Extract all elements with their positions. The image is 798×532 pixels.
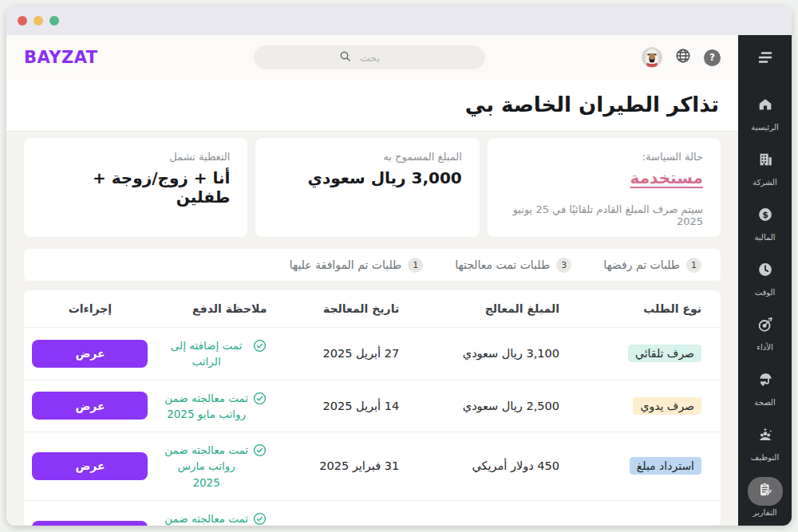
payment-note-cell: تمت معالجته ضمن رواتب مارس 2025 <box>164 442 267 491</box>
processed-amount-cell: 2,500 ريال سعودي <box>407 380 567 432</box>
payment-note-text: تمت إضافته إلى الراتب <box>164 337 248 370</box>
coverage-label: التغطية تشمل <box>41 151 230 163</box>
view-button[interactable]: عرض <box>32 521 148 526</box>
page-content: حالة السياسة: مستخدمة سيتم صرف المبلغ ال… <box>6 132 738 526</box>
header-request-type: نوع الطلب <box>567 290 721 328</box>
minimize-window-button[interactable] <box>34 16 43 26</box>
processed-amount-cell: 250 ريال سعودي <box>407 500 567 526</box>
top-header: ? <box>6 35 738 80</box>
sidebar-item[interactable]: $ المالية <box>738 202 792 242</box>
performance-icon <box>757 316 774 337</box>
sidebar-item-label: الصحة <box>754 398 775 407</box>
header-actions: إجراءات <box>24 290 156 328</box>
allowed-amount-label: المبلغ المسموح به <box>273 151 461 163</box>
sidebar-item-label: المالية <box>754 233 775 242</box>
table-header-row: نوع الطلب المبلغ المعالج تاريخ المعالجة … <box>24 290 721 328</box>
check-circle-icon <box>253 390 267 408</box>
request-type-badge: صرف تلقائي <box>628 345 701 362</box>
sidebar-item[interactable]: ♥ الصحة <box>738 367 792 407</box>
home-icon <box>757 96 774 116</box>
requests-tabs: 1 طلبات تم رفضها 3 طلبات تمت معالجتها 1 … <box>24 249 721 281</box>
time-icon <box>757 261 774 282</box>
header-payment-note: ملاحظة الدفع <box>156 290 275 328</box>
bayzat-logo[interactable]: BAYZAT <box>24 48 98 67</box>
header-processed-amount: المبلغ المعالج <box>407 290 567 328</box>
processed-amount-cell: 3,100 ريال سعودي <box>407 328 567 380</box>
summary-cards: حالة السياسة: مستخدمة سيتم صرف المبلغ ال… <box>24 138 721 237</box>
coverage-value: أنا + زوج/زوجة + طفلين <box>41 168 230 207</box>
sidebar-item[interactable]: التوظيف <box>738 422 792 462</box>
request-type-badge: استرداد مبلغ <box>630 457 701 475</box>
processed-date-cell: 31 فبراير 2025 <box>275 432 407 501</box>
policy-status-label: حالة السياسة: <box>505 151 703 163</box>
tab-label: طلبات تم رفضها <box>603 258 680 271</box>
policy-status-value[interactable]: مستخدمة <box>505 168 703 187</box>
sidebar-item[interactable]: الرئيسية <box>738 92 792 132</box>
payment-note-text: تمت معالجته ضمن رواتب مايو 2025 <box>164 390 248 423</box>
table-row: صرف تلقائي 3,100 ريال سعودي 27 أبريل 202… <box>24 328 721 380</box>
page-title: تذاكر الطيران الخاصة بي <box>26 93 719 116</box>
main-sidebar: الرئيسية الشركة $ المالية الوقت <box>738 35 792 526</box>
processed-amount-cell: 450 دولار أمريكي <box>407 432 567 501</box>
policy-status-note: سيتم صرف المبلغ القادم تلقائيًا في 25 يو… <box>505 203 703 227</box>
payment-note-text: تمت معالجته ضمن رواتب مارس 2025 <box>164 442 248 491</box>
company-icon <box>757 151 774 171</box>
sidebar-item[interactable]: الأداء <box>738 312 792 352</box>
header-processed-date: تاريخ المعالجة <box>275 290 407 328</box>
tab-label: طلبات تمت معالجتها <box>455 258 550 271</box>
processed-date-cell: 14 أبريل 2025 <box>275 380 407 432</box>
policy-status-card: حالة السياسة: مستخدمة سيتم صرف المبلغ ال… <box>488 138 721 237</box>
help-icon[interactable]: ? <box>704 49 721 66</box>
user-avatar[interactable] <box>642 47 662 68</box>
sidebar-item-label: الأداء <box>757 343 772 352</box>
tab-count-badge: 1 <box>686 258 701 273</box>
sidebar-item[interactable]: الوقت <box>738 257 792 297</box>
view-button[interactable]: عرض <box>32 392 148 420</box>
tab-label: طلبات تم الموافقة عليها <box>290 258 402 271</box>
window-titlebar <box>6 6 792 35</box>
sidebar-item-label: الشركة <box>753 178 776 187</box>
search-input[interactable] <box>358 51 400 65</box>
payment-note-cell: تمت إضافته إلى الراتب <box>164 337 267 370</box>
requests-table: نوع الطلب المبلغ المعالج تاريخ المعالجة … <box>24 290 721 526</box>
search-icon <box>339 50 351 65</box>
payment-note-cell: تمت معالجته ضمن رواتب مايو 2025 <box>164 390 267 423</box>
tab-item[interactable]: 3 طلبات تمت معالجتها <box>455 258 571 273</box>
main-area: ? <box>6 35 738 526</box>
title-section: تذاكر الطيران الخاصة بي <box>6 80 738 132</box>
language-globe-icon[interactable] <box>674 47 692 68</box>
check-circle-icon <box>253 442 267 459</box>
payment-note-cell: تمت معالجته ضمن رواتب مارس 2025 <box>164 510 267 526</box>
health-icon: ♥ <box>757 371 774 392</box>
app-window: الرئيسية الشركة $ المالية الوقت <box>6 6 792 526</box>
allowed-amount-card: المبلغ المسموح به 3,000 ريال سعودي <box>255 138 479 237</box>
processed-date-cell: 14 فبراير 2025 <box>275 500 407 526</box>
check-circle-icon <box>253 337 267 355</box>
sidebar-item-label: الوقت <box>755 288 776 297</box>
requests-table-card: نوع الطلب المبلغ المعالج تاريخ المعالجة … <box>24 290 721 526</box>
view-button[interactable]: عرض <box>32 340 148 368</box>
table-row: صرف يدوي 2,500 ريال سعودي 14 أبريل 2025 … <box>24 380 721 432</box>
sidebar-item-label: الرئيسية <box>751 123 778 132</box>
sidebar-item[interactable]: التقارير <box>738 477 792 517</box>
table-row: استرداد مبلغ 450 دولار أمريكي 31 فبراير … <box>24 432 721 501</box>
finance-icon: $ <box>757 206 774 227</box>
close-window-button[interactable] <box>18 16 27 26</box>
menu-icon[interactable] <box>756 48 775 70</box>
tab-item[interactable]: 1 طلبات تم الموافقة عليها <box>290 258 424 273</box>
recruitment-icon <box>757 426 774 447</box>
tab-item[interactable]: 1 طلبات تم رفضها <box>603 258 701 273</box>
sidebar-item-label: التوظيف <box>751 453 779 462</box>
payment-note-text: تمت معالجته ضمن رواتب مارس 2025 <box>164 510 248 526</box>
check-circle-icon <box>253 510 267 526</box>
sidebar-item[interactable]: الشركة <box>738 147 792 187</box>
allowed-amount-value: 3,000 ريال سعودي <box>273 168 461 187</box>
zoom-window-button[interactable] <box>49 16 59 26</box>
table-row: دفعة إضافية 250 ريال سعودي 14 فبراير 202… <box>24 500 721 526</box>
view-button[interactable]: عرض <box>32 452 148 480</box>
tab-count-badge: 1 <box>408 258 423 273</box>
svg-text:♥: ♥ <box>760 380 765 388</box>
reports-icon <box>757 481 774 502</box>
search-bar[interactable] <box>254 45 485 69</box>
request-type-badge: صرف يدوي <box>633 397 701 415</box>
